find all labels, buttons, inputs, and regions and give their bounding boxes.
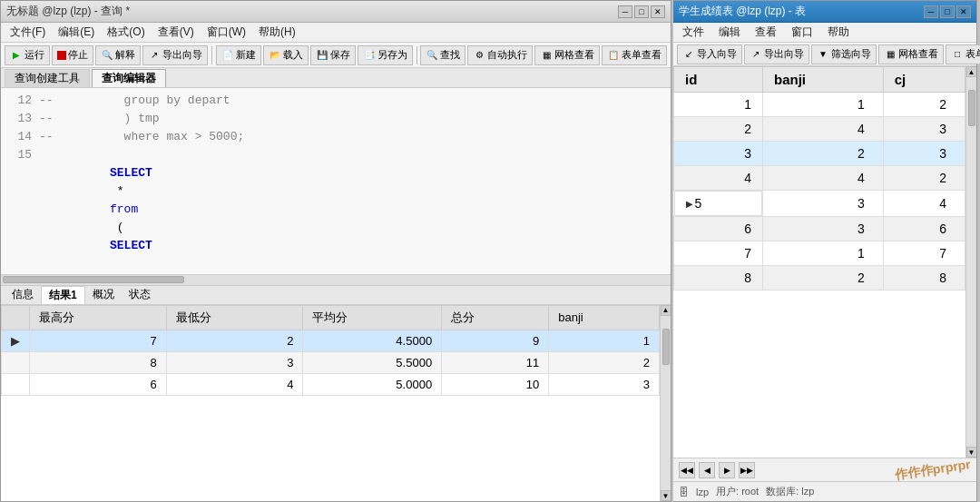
right-export-icon: ↗ [750,48,762,61]
nav-prev-btn[interactable]: ◀ [699,462,715,478]
right-cell-id: 3 [674,142,763,166]
right-table-row[interactable]: 8 2 8 [674,266,965,290]
result-scrollbar-v[interactable]: ▲ ▼ [660,305,671,502]
menu-help[interactable]: 帮助(H) [253,24,301,41]
autorun-icon: ⚙ [473,49,485,62]
right-scroll-up[interactable]: ▲ [966,66,977,77]
col-minscore[interactable]: 最低分 [166,305,303,330]
export-button[interactable]: ↗ 导出向导 [142,45,208,65]
right-table-row[interactable]: 4 4 2 [674,166,965,191]
autorun-label: 自动执行 [487,48,527,62]
col-maxscore[interactable]: 最高分 [30,305,167,330]
right-minimize-btn[interactable]: ─ [924,5,938,18]
code-area[interactable]: 12 -- group by depart 13 -- ) tmp 14 -- … [1,88,671,274]
explain-icon: 🔍 [101,49,113,62]
right-menu-edit[interactable]: 编辑 [713,24,746,41]
scroll-up-arrow[interactable]: ▲ [661,305,671,316]
tab-status[interactable]: 状态 [122,286,158,304]
autorun-button[interactable]: ⚙ 自动执行 [467,45,533,65]
db-icon: 🗄 [679,487,689,497]
nav-first-btn[interactable]: ◀◀ [679,462,695,478]
tab-query-editor[interactable]: 查询编辑器 [92,69,166,87]
right-table-row[interactable]: 3 2 3 [674,142,965,166]
tab-result1[interactable]: 结果1 [41,286,85,304]
right-toolbar: ↙ 导入向导 ↗ 导出向导 ▼ 筛选向导 ▦ 网格查看 □ 表单 [673,43,976,66]
explain-button[interactable]: 🔍 解释 [95,45,141,65]
h-scroll-thumb[interactable] [3,276,184,283]
toolbar-sep-1 [211,46,212,64]
right-menu-view[interactable]: 查看 [750,24,782,41]
col-avgscore[interactable]: 平均分 [303,305,442,330]
menu-view[interactable]: 查看(V) [152,24,200,41]
explain-label: 解释 [115,48,135,62]
tab-query-builder[interactable]: 查询创建工具 [5,69,90,87]
export-wizard-button[interactable]: ↗ 导出向导 [744,44,809,64]
right-maximize-btn[interactable]: □ [940,5,955,18]
right-grid-button[interactable]: ▦ 网格查看 [878,44,944,64]
run-button[interactable]: ▶ 运行 [5,45,50,65]
maximize-btn[interactable]: □ [634,5,649,18]
col-indicator [2,305,30,330]
right-table-row[interactable]: 7 1 7 [674,241,965,266]
tab-info[interactable]: 信息 [5,286,41,304]
left-window: 无标题 @lzp (lzp) - 查询 * ─ □ ✕ 文件(F) 编辑(E) … [0,0,671,502]
cell-banji: 3 [549,373,660,395]
menu-format[interactable]: 格式(O) [102,24,150,41]
find-button[interactable]: 🔍 查找 [420,45,466,65]
right-col-banji[interactable]: banji [762,67,883,93]
saveas-button[interactable]: 📑 另存为 [358,45,413,65]
form-icon: 📋 [607,49,620,62]
cell-maxscore: 7 [30,330,167,351]
tab-overview[interactable]: 概况 [85,286,122,304]
table-row[interactable]: ▶ 7 2 4.5000 9 1 [2,330,660,351]
stop-button[interactable]: 停止 [52,45,93,65]
menu-edit[interactable]: 编辑(E) [53,24,100,41]
right-cell-id: 2 [674,117,763,142]
right-table-row[interactable]: 2 4 3 [674,117,965,142]
right-table-area: id banji cj 1 1 2 2 4 3 [673,66,976,458]
grid-view-button[interactable]: ▦ 网格查看 [534,45,600,65]
right-cell-cj: 7 [883,241,965,266]
save-button[interactable]: 💾 保存 [310,45,356,65]
right-col-id[interactable]: id [674,67,763,93]
filter-wizard-button[interactable]: ▼ 筛选向导 [811,44,877,64]
table-row[interactable]: 6 4 5.0000 10 3 [2,373,660,395]
right-menu-help[interactable]: 帮助 [822,24,855,41]
right-title: 学生成绩表 @lzp (lzp) - 表 [679,4,806,19]
form-view-button[interactable]: 📋 表单查看 [602,45,667,65]
right-col-cj[interactable]: cj [883,67,965,93]
filter-label: 筛选向导 [831,47,871,61]
scroll-down-arrow[interactable]: ▼ [661,490,671,501]
result-table-container: 最高分 最低分 平均分 总分 banji ▶ 7 2 4.5000 9 1 [1,305,671,502]
right-close-btn[interactable]: ✕ [956,5,971,18]
minimize-btn[interactable]: ─ [618,5,632,18]
new-button[interactable]: 📄 新建 [216,45,261,65]
col-total[interactable]: 总分 [442,305,549,330]
right-scrollbar-v[interactable]: ▲ ▼ [965,66,976,458]
col-banji[interactable]: banji [549,305,660,330]
right-table-row[interactable]: 6 3 6 [674,217,965,241]
stop-icon [57,51,66,60]
import-wizard-button[interactable]: ↙ 导入向导 [677,44,742,64]
right-form-label: 表单 [965,47,980,61]
right-scroll-down[interactable]: ▼ [966,447,977,458]
right-cell-banji: 4 [762,166,883,191]
form-label: 表单查看 [622,48,662,62]
code-scrollbar-h[interactable] [1,274,671,285]
right-table-row[interactable]: ▶5 3 4 [674,191,965,217]
right-form-button[interactable]: □ 表单 [946,44,980,64]
right-menu-file[interactable]: 文件 [677,24,710,41]
load-button[interactable]: 📂 载入 [263,45,309,65]
menu-file[interactable]: 文件(F) [5,24,51,41]
table-row[interactable]: 8 3 5.5000 11 2 [2,351,660,373]
nav-last-btn[interactable]: ▶▶ [739,462,755,478]
right-menu-window[interactable]: 窗口 [786,24,818,41]
close-btn[interactable]: ✕ [651,5,665,18]
right-table-row[interactable]: 1 1 2 [674,93,965,117]
nav-next-btn[interactable]: ▶ [719,462,735,478]
right-v-thumb[interactable] [968,90,975,126]
cell-total: 11 [442,351,549,373]
left-title: 无标题 @lzp (lzp) - 查询 * [6,4,130,19]
v-scroll-thumb[interactable] [662,329,670,365]
menu-window[interactable]: 窗口(W) [201,24,251,41]
